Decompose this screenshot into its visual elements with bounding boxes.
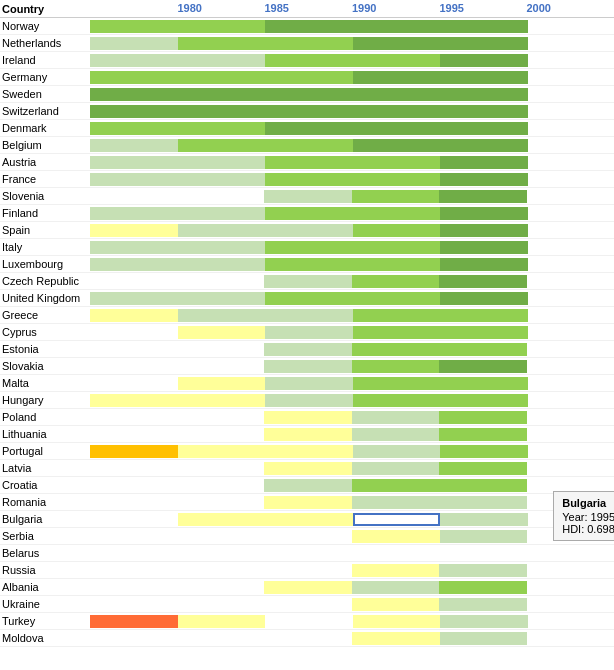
table-row: Belgium xyxy=(0,137,614,154)
bar-segment xyxy=(90,156,178,169)
bar-segment xyxy=(352,360,440,373)
bar-segment xyxy=(178,156,266,169)
table-row: Estonia xyxy=(0,341,614,358)
bar-segment xyxy=(178,54,266,67)
table-row: Greece xyxy=(0,307,614,324)
bar-segment xyxy=(90,241,178,254)
country-name: Hungary xyxy=(0,394,90,406)
bar-segment xyxy=(264,564,352,577)
bars-area xyxy=(90,375,614,391)
bar-segment xyxy=(353,54,441,67)
bar-segment xyxy=(265,292,353,305)
table-row: Croatia xyxy=(0,477,614,494)
bar-segment xyxy=(353,122,441,135)
bars-area xyxy=(90,477,614,493)
bar-segment xyxy=(265,173,353,186)
table-row: Portugal xyxy=(0,443,614,460)
bar-segment xyxy=(352,564,440,577)
bar-segment xyxy=(178,122,266,135)
bar-segment xyxy=(265,445,353,458)
bar-segment xyxy=(265,54,353,67)
country-name: Russia xyxy=(0,564,90,576)
bar-segment xyxy=(178,71,266,84)
bars-area xyxy=(90,579,614,595)
table-row: Lithuania xyxy=(0,426,614,443)
bar-segment xyxy=(353,377,441,390)
bars-area xyxy=(90,562,614,578)
bar-segment xyxy=(353,139,441,152)
bar-segment xyxy=(264,598,352,611)
bar-segment xyxy=(90,581,264,594)
bars-area xyxy=(90,52,614,68)
table-row: Sweden xyxy=(0,86,614,103)
bars-area xyxy=(90,341,614,357)
bar-segment xyxy=(90,496,264,509)
bars-area xyxy=(90,188,614,204)
bar-segment xyxy=(352,496,440,509)
bar-segment xyxy=(353,326,441,339)
country-name: Austria xyxy=(0,156,90,168)
table-row: Poland xyxy=(0,409,614,426)
country-name: Czech Republic xyxy=(0,275,90,287)
bars-area xyxy=(90,256,614,272)
bar-segment xyxy=(178,207,266,220)
table-row: Spain xyxy=(0,222,614,239)
table-row: Hungary xyxy=(0,392,614,409)
bar-segment xyxy=(90,173,178,186)
table-row: Albania xyxy=(0,579,614,596)
bars-area xyxy=(90,613,614,629)
bar-segment xyxy=(90,258,178,271)
bar-segment xyxy=(352,190,440,203)
data-rows: NorwayNetherlandsIrelandGermanySwedenSwi… xyxy=(0,18,614,647)
country-name: Slovenia xyxy=(0,190,90,202)
bar-segment xyxy=(90,598,264,611)
bar-segment xyxy=(90,207,178,220)
country-name: Lithuania xyxy=(0,428,90,440)
bar-segment xyxy=(265,139,353,152)
bar-segment xyxy=(439,581,527,594)
bar-segment xyxy=(353,445,441,458)
bar-segment xyxy=(440,88,528,101)
bar-segment xyxy=(440,377,528,390)
bar-segment xyxy=(90,343,264,356)
bars-area xyxy=(90,137,614,153)
bar-segment xyxy=(353,105,441,118)
bar-segment xyxy=(90,105,178,118)
bar-segment xyxy=(90,411,264,424)
bar-segment xyxy=(178,173,266,186)
table-row: Belarus xyxy=(0,545,614,562)
bar-segment xyxy=(352,632,440,645)
bar-segment xyxy=(440,207,528,220)
bar-segment xyxy=(265,326,353,339)
table-row: United Kingdom xyxy=(0,290,614,307)
bar-segment xyxy=(440,632,528,645)
bars-area xyxy=(90,86,614,102)
years-header: 19801985199019952000 xyxy=(90,0,614,18)
country-name: Belarus xyxy=(0,547,90,559)
table-row: Cyprus xyxy=(0,324,614,341)
bar-segment xyxy=(265,156,353,169)
country-name: Greece xyxy=(0,309,90,321)
bars-area xyxy=(90,409,614,425)
table-row: Slovenia xyxy=(0,188,614,205)
bar-segment xyxy=(265,258,353,271)
table-row: Moldova xyxy=(0,630,614,647)
country-name: Bulgaria xyxy=(0,513,90,525)
bars-area xyxy=(90,358,614,374)
bar-segment xyxy=(353,615,441,628)
bar-segment xyxy=(178,292,266,305)
country-name: Italy xyxy=(0,241,90,253)
bars-area xyxy=(90,35,614,51)
table-row: Russia xyxy=(0,562,614,579)
bar-segment xyxy=(440,513,528,526)
bars-area xyxy=(90,596,614,612)
bar-segment xyxy=(265,241,353,254)
bar-segment xyxy=(353,224,441,237)
bar-segment xyxy=(440,54,528,67)
bar-segment xyxy=(264,496,352,509)
bar-segment xyxy=(440,615,528,628)
bar-segment xyxy=(90,428,264,441)
country-name: Ukraine xyxy=(0,598,90,610)
bar-segment xyxy=(353,513,441,526)
bar-segment xyxy=(439,275,527,288)
